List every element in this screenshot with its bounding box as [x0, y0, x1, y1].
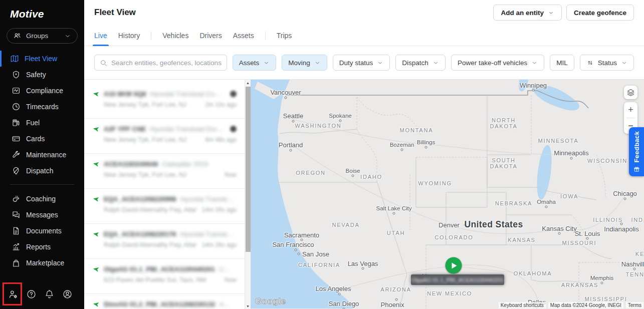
map-attribution: Keyboard shortcuts Map data ©2024 Google…	[499, 302, 643, 308]
city-dot	[586, 237, 589, 240]
map-layers-button[interactable]	[624, 86, 637, 99]
entity-location: 623 Paseo del Pueblo Sur, Taos, NM	[104, 276, 206, 283]
create-geofence-button[interactable]: Create geofence	[566, 5, 634, 21]
filter-chip-dispatch[interactable]: Dispatch	[395, 55, 446, 71]
entity-type: Hyundai Transle…	[180, 230, 234, 238]
sidebar-item-label: Reports	[26, 243, 51, 251]
sidebar-item-fleet-view[interactable]: Fleet View	[0, 51, 84, 67]
filter-bar: AssetsMovingDuty statusDispatchPower tak…	[84, 46, 644, 80]
city-dot	[395, 298, 398, 301]
city-dot	[292, 120, 295, 123]
navigation-arrow-icon	[92, 195, 100, 203]
tab-drivers[interactable]: Drivers	[199, 25, 222, 46]
page-title: Fleet View	[94, 8, 136, 18]
google-logo: Google	[255, 296, 286, 306]
map-data-credit: Map data ©2024 Google, INEGI	[548, 302, 623, 308]
sidebar-item-label: Cards	[26, 135, 45, 143]
sort-arrows-icon	[586, 59, 594, 67]
city-dot	[285, 97, 287, 99]
search-input[interactable]	[111, 59, 222, 67]
sidebar-item-compliance[interactable]: Compliance	[0, 83, 84, 99]
city-dot	[545, 206, 548, 208]
card-icon	[12, 134, 21, 143]
entity-id: EQA_ACEA1208220998	[104, 195, 176, 203]
filter-chip-moving[interactable]: Moving	[282, 55, 327, 71]
chip-label: Moving	[288, 59, 310, 67]
chevron-down-icon	[548, 10, 554, 16]
sidebar-item-dispatch[interactable]: Dispatch	[0, 163, 84, 179]
list-scrollbar[interactable]: ▲▼	[245, 80, 251, 309]
tab-trips[interactable]: Trips	[277, 25, 292, 46]
sort-label: Status	[598, 59, 617, 67]
help-icon	[26, 289, 37, 299]
search-icon	[100, 59, 107, 67]
notifications-button[interactable]	[43, 288, 55, 300]
add-entity-button[interactable]: Add an entity	[493, 5, 562, 21]
entity-badge	[230, 91, 237, 97]
tab-live[interactable]: Live	[94, 25, 107, 46]
sidebar-item-cards[interactable]: Cards	[0, 131, 84, 147]
scroll-up-arrow[interactable]: ▲	[245, 80, 251, 86]
zoom-in-button[interactable]: +	[624, 102, 637, 118]
sidebar-item-documents[interactable]: Documents	[0, 223, 84, 239]
entity-list-panel: A10 8KW 6Q8Hyundai Translead Com…New Jer…	[84, 80, 251, 309]
help-button[interactable]	[25, 288, 37, 300]
filter-chip-mil[interactable]: MIL	[550, 55, 574, 71]
sidebar-item-timecards[interactable]: Timecards	[0, 99, 84, 115]
admin-settings-button[interactable]	[7, 288, 19, 300]
entity-list-item[interactable]: ACEA1183240646Caterpillar 2023New Jersey…	[84, 154, 251, 189]
entity-time: 4m 48s ago	[205, 136, 237, 143]
bag-icon	[12, 258, 21, 267]
entity-list-item[interactable]: EQA_ACEA1208220176Hyundai Transle…Ralph …	[84, 224, 251, 259]
city-dot	[570, 157, 573, 160]
reports-icon	[12, 242, 21, 251]
navigation-arrow-icon	[92, 125, 100, 133]
tab-vehicles[interactable]: Vehicles	[162, 25, 188, 46]
entity-list-item[interactable]: EQA_ACEA1208220998Hyundai Transle…Ralph …	[84, 189, 251, 224]
scroll-down-arrow[interactable]: ▼	[245, 303, 251, 309]
sidebar: Motive Groups Fleet ViewSafetyCompliance…	[0, 0, 84, 309]
tab-history[interactable]: History	[118, 25, 140, 46]
sidebar-item-coaching[interactable]: Coaching	[0, 191, 84, 207]
entity-list-item[interactable]: DinoAG 01.2_PBI_ACEA1208330132A…	[84, 294, 251, 309]
sidebar-item-label: Maintenance	[26, 151, 66, 159]
terms-link[interactable]: Terms	[626, 302, 643, 308]
navigation-arrow-icon	[92, 160, 100, 168]
map-canvas[interactable]: WASHINGTONMONTANANORTH DAKOTAMINNESOTAWI…	[251, 80, 644, 309]
groups-dropdown[interactable]: Groups	[7, 28, 78, 44]
play-icon	[452, 262, 457, 268]
city-dot	[339, 120, 342, 122]
entity-type: Caterpillar 2023	[162, 160, 208, 168]
entity-list-item[interactable]: OlgaAG 01.1_PBI_ACEA1100440201U…623 Pase…	[84, 259, 251, 294]
filter-chip-assets[interactable]: Assets	[233, 55, 277, 71]
chevron-down-icon	[64, 33, 71, 40]
city-dot	[295, 249, 297, 251]
account-icon	[62, 289, 73, 299]
asset-marker[interactable]	[446, 257, 462, 274]
sidebar-item-fuel[interactable]: Fuel	[0, 115, 84, 131]
sidebar-item-maintenance[interactable]: Maintenance	[0, 147, 84, 163]
scrollbar-thumb[interactable]	[246, 87, 251, 252]
sidebar-item-safety[interactable]: Safety	[0, 67, 84, 83]
sidebar-item-marketplace[interactable]: Marketplace	[0, 255, 84, 271]
filter-chip-duty-status[interactable]: Duty status	[333, 55, 390, 71]
feedback-tab[interactable]: Feedback	[629, 127, 644, 176]
sort-arrows-icon	[586, 59, 594, 67]
account-button[interactable]	[61, 288, 73, 300]
keyboard-shortcuts-link[interactable]: Keyboard shortcuts	[499, 302, 546, 308]
tab-assets[interactable]: Assets	[233, 25, 254, 46]
search-box[interactable]	[94, 55, 227, 71]
city-dot	[338, 293, 341, 295]
entity-location: Ralph David Abernathy Fwy, Atlanta, GA	[104, 241, 197, 248]
groups-icon	[13, 32, 22, 40]
sidebar-item-messages[interactable]: Messages	[0, 207, 84, 223]
chevron-down-icon	[621, 60, 627, 66]
sidebar-item-reports[interactable]: Reports	[0, 239, 84, 255]
entity-list-item[interactable]: A10 8KW 6Q8Hyundai Translead Com…New Jer…	[84, 84, 251, 119]
entity-time: 14m 26s ago	[202, 241, 237, 248]
create-geofence-label: Create geofence	[574, 9, 626, 17]
entity-list-item[interactable]: A2F YPF CNEHyundai Translead Dura…New Je…	[84, 119, 251, 154]
sidebar-item-label: Fleet View	[25, 55, 57, 63]
filter-chip-power-take-off-vehicles[interactable]: Power take-off vehicles	[451, 55, 544, 71]
sort-status-button[interactable]: Status	[580, 55, 634, 71]
